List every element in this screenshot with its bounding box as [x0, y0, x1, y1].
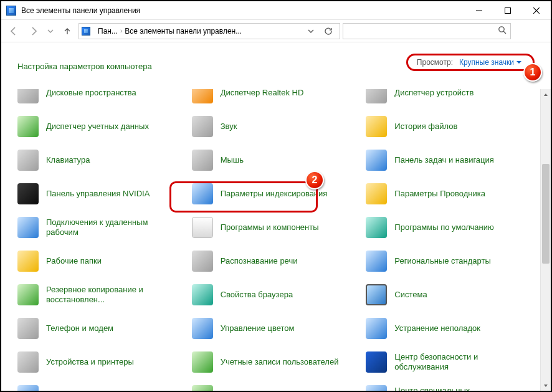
control-panel-item-label: Учетные записи пользователей	[221, 357, 339, 367]
control-panel-item-label: Дисковые пространства	[46, 89, 136, 98]
close-button[interactable]	[522, 1, 551, 19]
sound-icon	[192, 116, 213, 137]
control-panel-item[interactable]: Дисковые пространства	[15, 89, 186, 105]
svg-rect-0	[505, 7, 511, 13]
view-label: Просмотр:	[417, 58, 453, 67]
titlebar: Все элементы панели управления	[1, 1, 551, 20]
credential-manager-icon	[17, 116, 39, 137]
control-panel-item-label: Звук	[221, 122, 237, 131]
nvidia-icon	[17, 183, 39, 204]
control-panel-item[interactable]: Резервное копирование и восстановлен...	[15, 282, 186, 307]
keyboard-icon	[17, 150, 39, 171]
devices-printers-icon	[17, 351, 39, 373]
search-icon	[498, 26, 507, 36]
speech-icon	[192, 251, 213, 272]
control-panel-item[interactable]: Система	[363, 282, 534, 307]
indexing-icon	[192, 183, 213, 204]
minimize-icon	[476, 7, 482, 14]
search-input[interactable]	[343, 23, 511, 39]
control-panel-item[interactable]: Свойства браузера	[189, 282, 360, 307]
address-history-button[interactable]	[302, 24, 320, 39]
view-selector[interactable]: Просмотр: Крупные значки	[406, 54, 535, 71]
control-panel-item-label: Диспетчер устройств	[394, 89, 473, 98]
close-icon	[533, 7, 540, 14]
control-panel-item-label: Распознавание речи	[221, 256, 298, 266]
caret-down-icon	[516, 60, 521, 65]
maximize-icon	[505, 7, 511, 14]
control-panel-item[interactable]: Подключения к удаленным рабочим	[15, 215, 186, 240]
file-history-icon	[366, 116, 387, 137]
chevron-down-icon	[47, 28, 54, 34]
minimize-button[interactable]	[465, 1, 493, 19]
control-panel-item[interactable]: Звук	[189, 114, 360, 139]
backup-icon	[17, 284, 39, 305]
breadcrumb-1[interactable]: Пан...›	[98, 27, 122, 36]
nav-up-button[interactable]	[59, 22, 76, 40]
refresh-button[interactable]	[320, 24, 337, 39]
control-panel-item[interactable]: Диспетчер Realtek HD	[189, 89, 360, 105]
view-value[interactable]: Крупные значки	[459, 58, 521, 67]
nav-forward-button[interactable]	[25, 22, 42, 40]
control-panel-item-label: История файлов	[394, 122, 457, 131]
control-panel-item[interactable]: Параметры индексирования	[189, 181, 360, 206]
control-panel-item[interactable]: Центр безопасности и обслуживания	[363, 350, 534, 375]
breadcrumb-2-label: Все элементы панели управлен...	[125, 27, 242, 36]
control-panel-item[interactable]: Центр синхронизации	[189, 383, 360, 391]
address-row: Пан...› Все элементы панели управлен...	[1, 20, 551, 42]
control-panel-item[interactable]: Рабочие папки	[15, 249, 186, 274]
scrollbar-thumb[interactable]	[542, 164, 550, 264]
triangle-down-icon	[543, 383, 548, 388]
control-panel-item[interactable]: Диспетчер устройств	[363, 89, 534, 105]
control-panel-item-label: Подключения к удаленным рабочим	[46, 218, 164, 238]
maximize-button[interactable]	[493, 1, 522, 19]
control-panel-item-label: Управление цветом	[221, 323, 295, 333]
chevron-right-icon: ›	[120, 27, 122, 34]
breadcrumb-2[interactable]: Все элементы панели управлен...	[125, 27, 242, 36]
control-panel-item[interactable]: Панель задач и навигация	[363, 148, 534, 173]
taskbar-icon	[366, 150, 387, 171]
control-panel-item-label: Устранение неполадок	[394, 323, 480, 333]
control-panel-item-label: Диспетчер учетных данных	[46, 122, 149, 131]
control-panel-item-label: Система	[394, 290, 427, 300]
nav-back-button[interactable]	[5, 22, 22, 40]
sync-center-icon	[192, 385, 213, 391]
control-panel-item[interactable]: Региональные стандарты	[363, 249, 534, 274]
address-bar[interactable]: Пан...› Все элементы панели управлен...	[79, 23, 340, 39]
control-panel-item[interactable]: Устройства и принтеры	[15, 350, 186, 375]
control-panel-item[interactable]: Распознавание речи	[189, 249, 360, 274]
control-panel-item[interactable]: Параметры Проводника	[363, 181, 534, 206]
control-panel-item[interactable]: Управление цветом	[189, 316, 360, 341]
vertical-scrollbar[interactable]	[540, 89, 551, 391]
view-value-text: Крупные значки	[459, 58, 514, 67]
control-panel-item[interactable]: Устранение неполадок	[363, 316, 534, 341]
control-panel-icon	[82, 27, 90, 36]
mouse-icon	[192, 150, 213, 171]
color-mgmt-icon	[192, 318, 213, 339]
page-title: Настройка параметров компьютера	[17, 62, 152, 71]
control-panel-item[interactable]: Диспетчер учетных данных	[15, 114, 186, 139]
control-panel-item[interactable]: Центр специальных возможностей	[363, 383, 534, 391]
control-panel-item-label: Центр безопасности и обслуживания	[394, 352, 513, 373]
scroll-down-button[interactable]	[541, 380, 551, 391]
control-panel-item[interactable]: Центр мобильности Windows	[15, 383, 186, 391]
control-panel-item[interactable]: Учетные записи пользователей	[189, 350, 360, 375]
realtek-icon	[192, 89, 213, 103]
control-panel-item-label: Телефон и модем	[46, 323, 113, 333]
scroll-up-button[interactable]	[541, 89, 551, 100]
control-panel-item[interactable]: Панель управления NVIDIA	[15, 181, 186, 206]
internet-options-icon	[192, 284, 213, 305]
svg-point-1	[499, 27, 504, 32]
control-panel-item[interactable]: История файлов	[363, 114, 534, 139]
mobility-center-icon	[17, 385, 39, 391]
nav-recent-button[interactable]	[45, 22, 56, 40]
control-panel-item[interactable]: Мышь	[189, 148, 360, 173]
control-panel-item[interactable]: Телефон и модем	[15, 316, 186, 341]
control-panel-item-label: Панель управления NVIDIA	[46, 189, 150, 199]
control-panel-item[interactable]: Программы по умолчанию	[363, 215, 534, 240]
control-panel-item-label: Клавиатура	[46, 155, 90, 165]
remote-desktop-icon	[17, 217, 39, 238]
control-panel-item[interactable]: Клавиатура	[15, 148, 186, 173]
control-panel-item-label: Мышь	[221, 155, 244, 165]
control-panel-item[interactable]: Программы и компоненты	[189, 215, 360, 240]
control-panel-item-label: Программы и компоненты	[221, 222, 319, 232]
